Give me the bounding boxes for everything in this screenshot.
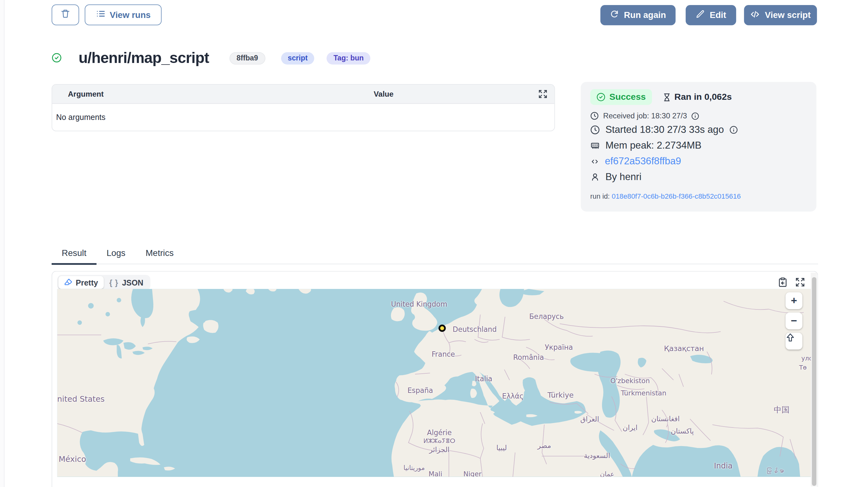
refresh-icon: [610, 9, 619, 21]
info-icon[interactable]: [730, 126, 738, 134]
memory-icon: [590, 141, 600, 150]
braces-icon: { }: [109, 278, 119, 287]
col-argument: Argument: [52, 90, 283, 98]
clock-icon: [590, 125, 600, 134]
run-id-link[interactable]: 018e80f7-0c6b-b26b-f366-c8b52c015616: [612, 192, 741, 200]
scrollbar-thumb[interactable]: [812, 277, 816, 486]
arguments-table: Argument Value No arguments: [52, 84, 555, 131]
result-map[interactable]: United KingdomБеларусьDeutschlandУкраїна…: [57, 289, 811, 477]
pencil-icon: [696, 9, 705, 21]
hourglass-icon: [663, 92, 671, 102]
tab-metrics[interactable]: Metrics: [136, 242, 184, 264]
map-reset-north-button[interactable]: [785, 333, 802, 349]
result-scrollbar: [811, 273, 817, 486]
job-status-panel: Success Ran in 0,062s Received job: 18:3…: [581, 82, 817, 212]
duration-label: Ran in 0,062s: [674, 92, 732, 102]
page-title: u/henri/map_script: [79, 50, 209, 67]
code-icon: [750, 9, 760, 21]
tab-logs[interactable]: Logs: [96, 242, 135, 264]
view-runs-button[interactable]: View runs: [85, 4, 161, 25]
kind-badge: script: [281, 52, 314, 64]
list-icon: [96, 9, 105, 21]
clock-icon: [590, 112, 599, 120]
json-toggle[interactable]: { } JSON: [103, 276, 149, 289]
by-user-label: By henri: [606, 171, 641, 183]
tag-badge: Tag: bun: [327, 52, 371, 64]
map-zoom-in-button[interactable]: +: [785, 293, 802, 309]
success-check-icon: [52, 53, 62, 65]
tab-result[interactable]: Result: [52, 242, 96, 264]
result-card: Pretty { } JSON: [52, 271, 818, 487]
empty-arguments-row: No arguments: [52, 104, 554, 131]
expand-result-icon[interactable]: [795, 277, 805, 287]
run-again-button[interactable]: Run again: [600, 5, 676, 25]
pretty-toggle[interactable]: Pretty: [58, 276, 103, 289]
highlighter-icon: [64, 277, 72, 287]
run-id-label: run id:: [590, 192, 610, 200]
left-rail: [0, 0, 4, 487]
script-hash-link[interactable]: ef672a536f8ffba9: [605, 155, 681, 167]
received-label: Received job: 18:30 27/3: [603, 112, 687, 120]
map-marker[interactable]: [439, 325, 446, 332]
expand-table-icon[interactable]: [538, 89, 548, 100]
col-value: Value: [283, 90, 484, 98]
result-tabs: Result Logs Metrics: [52, 242, 818, 265]
view-script-label: View script: [765, 10, 811, 20]
hash-badge: 8ffba9: [229, 52, 266, 64]
trash-icon: [60, 9, 70, 21]
map-canvas: [57, 289, 811, 477]
delete-button[interactable]: [52, 4, 79, 25]
info-icon[interactable]: [691, 112, 699, 120]
person-icon: [590, 172, 600, 182]
map-zoom-out-button[interactable]: −: [785, 313, 802, 329]
view-script-button[interactable]: View script: [744, 5, 817, 25]
run-again-label: Run again: [624, 10, 666, 20]
started-label: Started 18:30 27/3 33s ago: [606, 124, 724, 136]
mem-peak-label: Mem peak: 2.2734MB: [606, 140, 702, 151]
copy-result-icon[interactable]: [778, 277, 788, 287]
edit-button[interactable]: Edit: [686, 5, 736, 25]
render-mode-toggle: Pretty { } JSON: [57, 275, 150, 290]
page: View runs Run again Edit View script u/h…: [0, 0, 868, 487]
edit-label: Edit: [710, 10, 726, 20]
code-icon: [590, 157, 599, 166]
view-runs-label: View runs: [110, 10, 151, 20]
status-badge: Success: [590, 89, 652, 105]
